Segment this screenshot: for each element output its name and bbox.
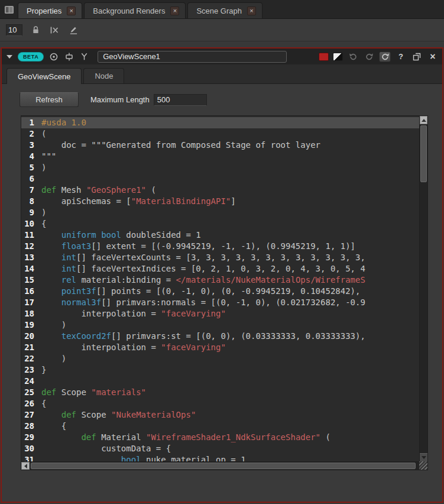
code-line: 19 )	[21, 319, 419, 331]
line-number: 12	[21, 241, 41, 252]
code-text: interpolation = "faceVarying"	[41, 308, 226, 319]
code-text: {	[41, 218, 46, 230]
code-line: 27 def Scope "NukeMaterialOps"	[21, 409, 419, 421]
line-number: 30	[21, 443, 41, 454]
line-number: 16	[21, 286, 41, 297]
line-number: 5	[21, 162, 41, 173]
line-number: 18	[21, 308, 41, 319]
code-text: {	[41, 398, 46, 409]
resize-grip-icon	[419, 461, 427, 470]
max-panels-input[interactable]	[6, 24, 22, 36]
edit-pencil-icon[interactable]	[67, 24, 79, 36]
tab-properties[interactable]: Properties ×	[18, 2, 82, 18]
code-line: 31 bool nuke_material_op = 1	[21, 454, 419, 461]
line-number: 1	[21, 117, 41, 128]
code-text: normal3f[] primvars:normals = [(0, -1, 0…	[41, 297, 365, 308]
line-number: 21	[21, 342, 41, 353]
scroll-up-button[interactable]	[420, 116, 427, 124]
undo-icon[interactable]	[347, 51, 359, 62]
line-number: 8	[21, 196, 41, 207]
code-line: 16 point3f[] points = [(0, -1, 0), (0, -…	[21, 286, 419, 297]
beta-badge: BETA	[18, 52, 44, 62]
code-text: def Scope "materials"	[41, 387, 146, 398]
code-text: )	[41, 353, 66, 364]
code-line: 7def Mesh "GeoSphere1" (	[21, 185, 419, 196]
close-all-panels-icon[interactable]	[48, 24, 60, 36]
code-line: 24	[21, 376, 419, 387]
scroll-left-button[interactable]	[21, 462, 30, 470]
collapse-triangle-icon[interactable]	[7, 55, 12, 59]
gl-color-toggle-icon[interactable]	[333, 53, 343, 61]
code-text: )	[41, 319, 66, 331]
panel-header: BETA	[2, 49, 442, 64]
pane-layout-icon[interactable]	[2, 2, 15, 17]
line-number: 27	[21, 409, 41, 421]
code-text: }	[41, 364, 46, 376]
line-number: 9	[21, 207, 41, 218]
code-text: def Mesh "GeoSphere1" (	[41, 185, 156, 196]
line-number: 13	[21, 252, 41, 263]
horizontal-scrollbar[interactable]	[21, 461, 419, 470]
code-text: doc = """Generated from Composed Stage o…	[41, 140, 320, 151]
code-text: customData = {	[41, 443, 171, 454]
float-panel-icon[interactable]	[411, 51, 423, 62]
line-number: 28	[21, 421, 41, 432]
tab-node[interactable]: Node	[83, 68, 124, 83]
center-node-icon[interactable]	[48, 51, 59, 62]
code-text: def Material "WireframeShader1_NdkSurfac…	[41, 432, 330, 443]
panel-content: Refresh Maximum Length 1#usda 1.02(3 doc…	[2, 84, 442, 502]
line-number: 15	[21, 274, 41, 286]
usd-code-viewer[interactable]: 1#usda 1.02(3 doc = """Generated from Co…	[21, 115, 428, 470]
line-number: 7	[21, 185, 41, 196]
tab-label: GeoViewScene	[18, 72, 70, 81]
code-line: 3 doc = """Generated from Composed Stage…	[21, 140, 419, 151]
line-number: 3	[21, 140, 41, 151]
vertical-scroll-thumb[interactable]	[420, 125, 427, 182]
tab-close-icon[interactable]: ×	[170, 7, 179, 15]
code-text: )	[41, 207, 46, 218]
code-text: apiSchemas = ["MaterialBindingAPI"]	[41, 196, 236, 207]
revert-button[interactable]	[379, 51, 391, 62]
scroll-down-button[interactable]	[420, 453, 427, 461]
code-text: """	[41, 151, 56, 162]
code-text: bool nuke_material_op = 1	[41, 454, 246, 461]
redo-icon[interactable]	[363, 51, 375, 62]
controls-row: Refresh Maximum Length	[20, 92, 442, 107]
tab-close-icon[interactable]: ×	[247, 7, 256, 15]
tab-scene-graph[interactable]: Scene Graph ×	[187, 2, 262, 18]
lock-icon[interactable]	[30, 24, 41, 36]
code-text: (	[41, 128, 46, 140]
tab-background-renders[interactable]: Background Renders ×	[84, 2, 186, 18]
tab-close-icon[interactable]: ×	[67, 7, 76, 15]
input-connector-icon[interactable]	[79, 51, 90, 62]
max-length-input[interactable]	[154, 94, 207, 106]
node-color-swatch[interactable]	[319, 53, 329, 61]
code-line: 8 apiSchemas = ["MaterialBindingAPI"]	[21, 196, 419, 207]
window-tab-bar: Properties × Background Renders × Scene …	[0, 0, 444, 19]
line-number: 17	[21, 297, 41, 308]
close-panel-button[interactable]: ×	[427, 51, 439, 62]
node-name-input[interactable]	[98, 51, 287, 63]
code-text: interpolation = "faceVarying"	[41, 342, 226, 353]
help-button[interactable]: ?	[395, 51, 407, 62]
code-line: 10{	[21, 218, 419, 230]
code-text: texCoord2f[] primvars:st = [(0, 0), (0.0…	[41, 331, 365, 342]
code-line: 21 interpolation = "faceVarying"	[21, 342, 419, 353]
node-graph-icon[interactable]	[63, 51, 74, 62]
code-text: )	[41, 162, 46, 173]
code-line: 5)	[21, 162, 419, 173]
vertical-scrollbar[interactable]	[419, 116, 427, 461]
line-number: 25	[21, 387, 41, 398]
code-line: 13 int[] faceVertexCounts = [3, 3, 3, 3,…	[21, 252, 419, 263]
tab-label: Node	[95, 72, 113, 80]
code-line: 12 float3[] extent = [(-0.9945219, -1, -…	[21, 241, 419, 252]
code-line: 18 interpolation = "faceVarying"	[21, 308, 419, 319]
horizontal-scroll-thumb[interactable]	[31, 463, 416, 469]
tab-label: Scene Graph	[196, 7, 242, 15]
tab-geoviewscene[interactable]: GeoViewScene	[7, 68, 82, 84]
refresh-button[interactable]: Refresh	[20, 92, 79, 107]
code-text: def Scope "NukeMaterialOps"	[41, 409, 196, 421]
line-number: 11	[21, 230, 41, 241]
line-number: 26	[21, 398, 41, 409]
line-number: 14	[21, 263, 41, 274]
